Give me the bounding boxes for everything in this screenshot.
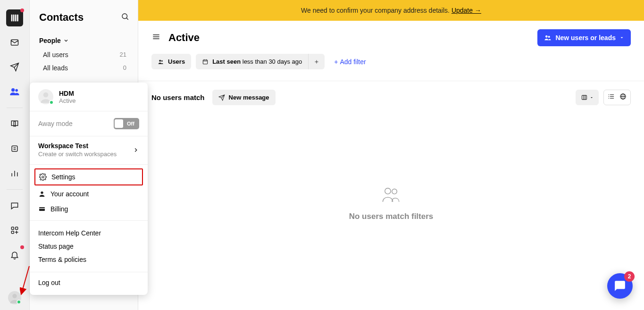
menu-terms[interactable]: Terms & policies bbox=[38, 253, 139, 266]
side-panel-title: Contacts bbox=[39, 11, 84, 24]
workspace-switcher[interactable]: Workspace Test Create or switch workspac… bbox=[30, 136, 148, 164]
send-icon bbox=[218, 94, 225, 101]
card-icon bbox=[38, 205, 46, 213]
sidebar-item-all-leads[interactable]: All leads 0 bbox=[30, 61, 138, 75]
chevron-down-icon bbox=[63, 38, 69, 43]
svg-point-21 bbox=[42, 176, 44, 178]
people-dropdown[interactable]: People bbox=[30, 33, 138, 48]
svg-point-22 bbox=[41, 192, 43, 194]
intercom-launcher[interactable]: 2 bbox=[607, 273, 633, 299]
menu-help-center[interactable]: Intercom Help Center bbox=[38, 226, 139, 240]
caret-down-icon bbox=[590, 96, 594, 100]
svg-point-51 bbox=[385, 188, 391, 194]
svg-point-45 bbox=[609, 94, 610, 95]
nav-apps[interactable] bbox=[6, 222, 23, 239]
menu-status-page[interactable]: Status page bbox=[38, 240, 139, 253]
empty-text: No users match filters bbox=[349, 212, 434, 221]
notification-badge: 2 bbox=[624, 271, 635, 282]
sidebar-item-all-users[interactable]: All users 21 bbox=[30, 48, 138, 61]
banner-text: We need to confirm your company address … bbox=[301, 7, 452, 14]
filter-pill-users[interactable]: Users bbox=[151, 54, 191, 69]
item-label: All leads bbox=[43, 64, 68, 72]
search-icon[interactable] bbox=[121, 12, 129, 23]
empty-state: No users match filters bbox=[138, 114, 644, 310]
plus-icon bbox=[314, 59, 319, 65]
nav-outbound[interactable] bbox=[6, 59, 23, 75]
away-mode-label: Away mode bbox=[38, 120, 73, 127]
menu-label: Intercom Help Center bbox=[38, 229, 101, 237]
chevron-right-icon bbox=[133, 147, 139, 153]
svg-rect-13 bbox=[16, 227, 18, 229]
new-users-button[interactable]: New users or leads bbox=[537, 29, 631, 46]
banner-update-link[interactable]: Update → bbox=[452, 7, 481, 14]
filter-pill-lastseen[interactable]: Last seen less than 30 days ago bbox=[196, 54, 308, 69]
nav-notifications[interactable] bbox=[6, 246, 23, 263]
svg-point-29 bbox=[545, 35, 548, 38]
calendar-icon bbox=[202, 59, 209, 65]
empty-users-icon bbox=[381, 184, 401, 204]
svg-point-46 bbox=[609, 96, 610, 97]
toggle-state: Off bbox=[123, 121, 138, 126]
notification-dot bbox=[20, 245, 24, 249]
app-logo[interactable] bbox=[6, 9, 23, 26]
segment-menu-icon[interactable] bbox=[151, 32, 161, 43]
button-label: New message bbox=[229, 94, 269, 101]
svg-point-17 bbox=[12, 294, 17, 298]
svg-rect-12 bbox=[11, 227, 14, 229]
nav-reports[interactable] bbox=[6, 165, 23, 182]
svg-point-31 bbox=[159, 59, 161, 61]
columns-icon bbox=[581, 94, 588, 101]
menu-your-account[interactable]: Your account bbox=[30, 186, 148, 201]
nav-playground[interactable] bbox=[6, 140, 23, 157]
add-condition-button[interactable] bbox=[308, 54, 325, 69]
svg-rect-6 bbox=[12, 146, 17, 151]
columns-selector[interactable] bbox=[576, 90, 599, 105]
rail-separator bbox=[7, 108, 23, 108]
menu-label: Log out bbox=[38, 279, 60, 286]
svg-rect-1 bbox=[13, 15, 15, 22]
map-view-toggle[interactable] bbox=[619, 93, 627, 102]
link-label: Add filter bbox=[340, 58, 366, 66]
away-mode-toggle[interactable]: Off bbox=[114, 118, 139, 129]
menu-label: Your account bbox=[50, 190, 89, 198]
caret-down-icon bbox=[619, 35, 624, 40]
workspace-name: Workspace Test bbox=[38, 142, 117, 150]
new-message-button[interactable]: New message bbox=[212, 90, 276, 105]
svg-rect-23 bbox=[39, 207, 45, 211]
svg-rect-39 bbox=[582, 95, 587, 100]
svg-point-47 bbox=[609, 98, 610, 99]
svg-rect-0 bbox=[11, 15, 13, 22]
menu-settings[interactable]: Settings bbox=[34, 168, 143, 185]
page-title: Active bbox=[168, 32, 200, 44]
list-icon bbox=[608, 93, 615, 100]
main-content: We need to confirm your company address … bbox=[138, 0, 644, 310]
nav-conversation[interactable] bbox=[6, 197, 23, 214]
svg-point-20 bbox=[43, 92, 49, 98]
chat-icon bbox=[614, 280, 626, 292]
avatar bbox=[8, 291, 21, 304]
svg-point-5 bbox=[16, 89, 18, 92]
nav-articles[interactable] bbox=[6, 116, 23, 133]
gear-icon bbox=[39, 173, 47, 181]
menu-label: Settings bbox=[51, 173, 75, 181]
presence-dot bbox=[49, 100, 54, 105]
svg-rect-3 bbox=[17, 15, 18, 22]
rail-profile-avatar[interactable] bbox=[6, 289, 23, 306]
item-count: 21 bbox=[120, 51, 126, 59]
menu-logout[interactable]: Log out bbox=[38, 279, 139, 286]
item-label: All users bbox=[43, 51, 68, 59]
add-filter-link[interactable]: +Add filter bbox=[334, 58, 366, 66]
pill-value: less than 30 days ago bbox=[241, 58, 302, 65]
nav-contacts[interactable] bbox=[6, 83, 23, 100]
list-view-toggle[interactable] bbox=[608, 93, 615, 102]
menu-billing[interactable]: Billing bbox=[30, 201, 148, 217]
svg-point-32 bbox=[161, 60, 163, 61]
person-icon bbox=[38, 190, 46, 198]
profile-status: Active bbox=[59, 97, 75, 104]
presence-dot bbox=[17, 300, 21, 304]
globe-icon bbox=[619, 93, 627, 100]
pill-label: Last seen bbox=[212, 58, 241, 65]
nav-inbox[interactable] bbox=[6, 34, 23, 51]
item-count: 0 bbox=[123, 64, 126, 72]
people-label: People bbox=[39, 37, 61, 44]
